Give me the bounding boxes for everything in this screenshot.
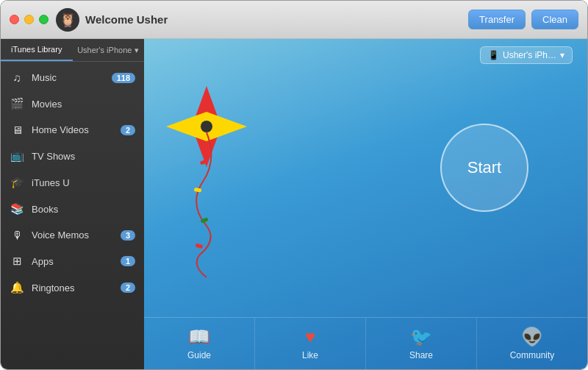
like-icon: ♥ xyxy=(305,327,315,347)
sidebar-item-music[interactable]: ♫ Music 118 xyxy=(1,65,144,90)
transfer-button[interactable]: Transfer xyxy=(468,10,526,29)
sidebar-item-itunes-u[interactable]: 🎓 iTunes U xyxy=(1,169,144,196)
minimize-button[interactable] xyxy=(24,15,34,24)
guide-icon: 📖 xyxy=(188,327,210,347)
guide-button[interactable]: 📖 Guide xyxy=(144,318,255,369)
sidebar-item-tv-shows[interactable]: 📺 TV Shows xyxy=(1,143,144,169)
sidebar-item-movies[interactable]: 🎬 Movies xyxy=(1,90,144,117)
sidebar-item-label: Home Videos xyxy=(32,124,113,135)
sidebar-item-label: Voice Memos xyxy=(32,230,113,241)
sidebar-item-apps[interactable]: ⊞ Apps 1 xyxy=(1,248,144,274)
home-videos-badge: 2 xyxy=(121,125,135,135)
svg-rect-8 xyxy=(195,243,203,249)
svg-marker-3 xyxy=(207,112,247,141)
tab-itunes-library[interactable]: iTunes Library xyxy=(1,39,73,61)
sidebar-item-label: iTunes U xyxy=(32,177,135,188)
svg-rect-6 xyxy=(194,188,202,193)
close-button[interactable] xyxy=(10,15,19,24)
toolbar-buttons: Transfer Clean xyxy=(468,10,578,29)
sidebar-items: ♫ Music 118 🎬 Movies 🖥 Home Videos 2 xyxy=(1,62,144,369)
music-icon: ♫ xyxy=(10,71,24,84)
sidebar-item-ringtones[interactable]: 🔔 Ringtones 2 xyxy=(1,274,144,301)
share-label: Share xyxy=(409,350,433,360)
ringtones-icon: 🔔 xyxy=(10,281,24,294)
books-icon: 📚 xyxy=(10,202,24,216)
app-logo: 🦉 Welcome Usher xyxy=(56,8,168,32)
apps-badge: 1 xyxy=(121,256,135,266)
svg-marker-2 xyxy=(166,112,207,141)
maximize-button[interactable] xyxy=(39,15,49,24)
voice-memos-badge: 3 xyxy=(121,230,135,241)
sidebar: iTunes Library Usher's iPhone ▾ ♫ Music … xyxy=(1,39,144,369)
music-badge: 118 xyxy=(112,73,135,83)
like-label: Like xyxy=(302,350,318,360)
app-window: 🦉 Welcome Usher Transfer Clean iTunes Li… xyxy=(0,0,588,370)
device-label: Usher's iPh… xyxy=(503,50,556,60)
sidebar-item-label: Apps xyxy=(32,256,113,267)
start-button-area: Start xyxy=(440,124,528,212)
sidebar-item-label: Movies xyxy=(32,99,135,110)
like-button[interactable]: ♥ Like xyxy=(255,318,366,369)
clean-button[interactable]: Clean xyxy=(531,10,578,29)
svg-point-4 xyxy=(201,121,212,132)
ringtones-badge: 2 xyxy=(121,282,135,293)
sidebar-item-label: Music xyxy=(32,72,104,83)
tab-device[interactable]: Usher's iPhone ▾ xyxy=(73,39,145,61)
bottom-bar: 📖 Guide ♥ Like 🐦 Share 👽 Community xyxy=(144,317,587,369)
kite-illustration xyxy=(159,79,254,285)
sidebar-item-home-videos[interactable]: 🖥 Home Videos 2 xyxy=(1,117,144,143)
apps-icon: ⊞ xyxy=(10,255,24,268)
sidebar-item-books[interactable]: 📚 Books xyxy=(1,196,144,222)
sidebar-item-label: Ringtones xyxy=(32,282,113,293)
voice-memos-icon: 🎙 xyxy=(10,229,24,241)
community-label: Community xyxy=(510,350,555,360)
window-controls xyxy=(10,15,49,24)
community-icon: 👽 xyxy=(521,327,543,347)
guide-label: Guide xyxy=(187,350,211,360)
sidebar-tabs: iTunes Library Usher's iPhone ▾ xyxy=(1,39,144,62)
app-title: Welcome Usher xyxy=(85,13,168,26)
title-bar: 🦉 Welcome Usher Transfer Clean xyxy=(1,1,587,39)
device-selector[interactable]: 📱 Usher's iPh… ▾ xyxy=(480,46,573,64)
start-button[interactable]: Start xyxy=(440,124,528,212)
kite-area: Start xyxy=(144,71,587,317)
sidebar-item-voice-memos[interactable]: 🎙 Voice Memos 3 xyxy=(1,222,144,248)
community-button[interactable]: 👽 Community xyxy=(477,318,587,369)
sidebar-item-label: Books xyxy=(32,204,135,215)
main-content: iTunes Library Usher's iPhone ▾ ♫ Music … xyxy=(1,39,587,369)
itunes-u-icon: 🎓 xyxy=(10,176,24,189)
movies-icon: 🎬 xyxy=(10,97,24,110)
home-videos-icon: 🖥 xyxy=(10,124,24,136)
owl-icon: 🦉 xyxy=(56,8,79,32)
share-button[interactable]: 🐦 Share xyxy=(366,318,477,369)
device-icon: 📱 xyxy=(488,50,499,60)
sidebar-item-label: TV Shows xyxy=(32,151,135,162)
device-bar: 📱 Usher's iPh… ▾ xyxy=(144,39,587,71)
right-panel: 📱 Usher's iPh… ▾ xyxy=(144,39,587,369)
share-icon: 🐦 xyxy=(410,327,432,347)
tv-shows-icon: 📺 xyxy=(10,149,24,163)
chevron-down-icon: ▾ xyxy=(560,50,564,60)
